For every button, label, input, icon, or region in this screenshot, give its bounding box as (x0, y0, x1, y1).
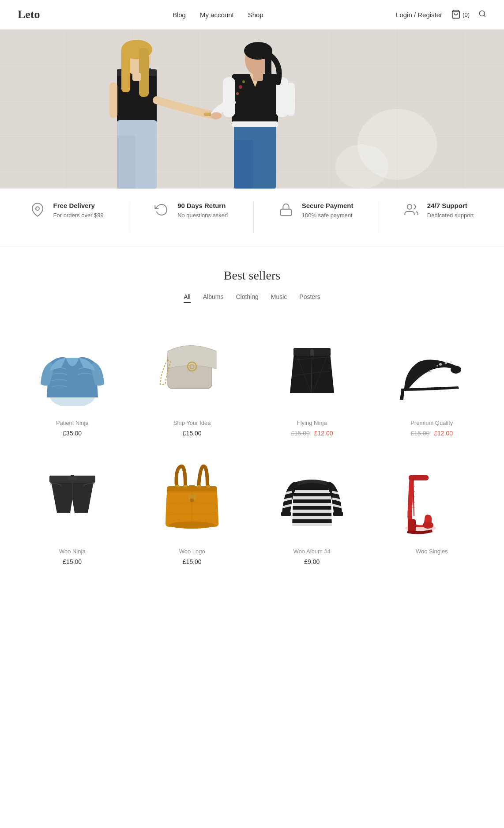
svg-rect-85 (292, 523, 332, 526)
svg-rect-76 (189, 485, 195, 488)
logo[interactable]: Leto (18, 8, 40, 21)
product-card-6[interactable]: Woo Logo £15.00 (138, 451, 247, 565)
product-price-2: £15.00 (183, 430, 202, 437)
product-card-5[interactable]: Woo Ninja £15.00 (18, 451, 127, 565)
feature-return-text: 90 Days Return No questions asked (177, 202, 228, 220)
svg-rect-75 (206, 485, 210, 488)
product-name-8: Woo Singles (416, 548, 448, 555)
product-image-bag-gray (138, 322, 247, 411)
product-price-5: £15.00 (63, 558, 82, 565)
svg-rect-26 (121, 48, 130, 92)
svg-rect-47 (287, 83, 295, 116)
svg-point-41 (236, 92, 239, 95)
svg-rect-34 (256, 140, 276, 189)
search-icon[interactable] (478, 10, 486, 20)
product-image-shorts-black (18, 451, 127, 539)
product-name-3: Flying Ninja (297, 420, 327, 426)
svg-rect-45 (253, 73, 263, 81)
product-card-8[interactable]: Woo Singles (377, 451, 487, 565)
svg-rect-49 (281, 209, 291, 216)
product-card-1[interactable]: Patient Ninja £35.00 (18, 322, 127, 437)
tab-music[interactable]: Music (271, 293, 287, 303)
product-name-6: Woo Logo (179, 548, 205, 555)
svg-rect-84 (292, 516, 332, 519)
svg-rect-23 (138, 136, 157, 189)
best-sellers-section: Best sellers All Albums Clothing Music P… (0, 246, 504, 583)
site-header: Leto Blog My account Shop Login / Regist… (0, 0, 504, 30)
svg-rect-79 (190, 499, 194, 502)
product-card-2[interactable]: Ship Your Idea £15.00 (138, 322, 247, 437)
svg-point-40 (242, 80, 245, 83)
tab-clothing[interactable]: Clothing (236, 293, 258, 303)
hero-banner (0, 30, 504, 189)
svg-point-1 (479, 11, 485, 16)
svg-point-31 (121, 62, 124, 66)
feature-support-text: 24/7 Support Dedicated support (427, 202, 474, 220)
tab-all[interactable]: All (184, 293, 191, 303)
features-bar: Free Delivery For orders over $99 90 Day… (0, 189, 504, 246)
return-icon (154, 203, 170, 220)
svg-rect-36 (223, 77, 235, 117)
product-image-boots-red (377, 451, 487, 539)
cart-button[interactable]: (0) (451, 9, 470, 20)
svg-rect-86 (281, 512, 291, 516)
product-image-sweater-striped (257, 451, 367, 539)
feature-support: 24/7 Support Dedicated support (404, 202, 474, 220)
nav-my-account[interactable]: My account (200, 11, 234, 19)
svg-rect-74 (197, 485, 201, 488)
header-right: Login / Register (0) (396, 9, 486, 20)
main-nav: Blog My account Shop (173, 11, 263, 19)
svg-rect-27 (139, 48, 149, 97)
product-price-1: £35.00 (63, 430, 82, 437)
product-image-jacket-blue (18, 322, 127, 411)
svg-line-2 (484, 15, 485, 16)
svg-rect-87 (333, 512, 343, 516)
login-register-link[interactable]: Login / Register (396, 11, 442, 19)
delivery-icon (30, 203, 46, 220)
svg-point-62 (439, 363, 442, 366)
best-sellers-title: Best sellers (18, 268, 486, 283)
tab-posters[interactable]: Posters (299, 293, 320, 303)
products-grid: Patient Ninja £35.00 (18, 322, 486, 565)
product-price-7: £9.00 (304, 558, 320, 565)
product-card-3[interactable]: Flying Ninja £15.00 £12.00 (257, 322, 367, 437)
svg-rect-33 (234, 140, 253, 189)
tab-albums[interactable]: Albums (203, 293, 224, 303)
svg-rect-68 (68, 476, 77, 480)
product-name-1: Patient Ninja (56, 420, 89, 426)
nav-shop[interactable]: Shop (248, 11, 263, 19)
svg-point-48 (36, 207, 39, 210)
svg-rect-22 (117, 136, 135, 189)
feature-divider-1 (129, 202, 129, 233)
feature-free-delivery: Free Delivery For orders over $99 (30, 202, 104, 220)
svg-rect-28 (132, 73, 141, 81)
svg-rect-29 (109, 83, 117, 118)
svg-rect-73 (183, 485, 188, 488)
product-card-7[interactable]: Woo Album #4 £9.00 (257, 451, 367, 565)
feature-secure-payment: Secure Payment 100% safe payment (279, 202, 354, 220)
nav-blog[interactable]: Blog (173, 11, 186, 19)
product-card-4[interactable]: Premium Quality £15.00 £12.00 (377, 322, 487, 437)
svg-point-61 (451, 366, 461, 374)
cart-count: (0) (463, 11, 470, 18)
svg-rect-90 (408, 519, 416, 532)
product-name-4: Premium Quality (410, 420, 453, 426)
svg-rect-81 (292, 496, 332, 499)
svg-rect-44 (265, 46, 271, 82)
product-price-4: £15.00 £12.00 (410, 430, 453, 437)
svg-rect-82 (292, 503, 332, 506)
svg-point-64 (450, 361, 452, 363)
product-price-3: £15.00 £12.00 (291, 430, 333, 437)
cart-icon (451, 9, 461, 20)
product-name-2: Ship Your Idea (173, 420, 211, 426)
product-image-heels-black (377, 322, 487, 411)
filter-tabs: All Albums Clothing Music Posters (18, 293, 486, 303)
svg-rect-38 (232, 121, 278, 127)
product-image-bag-yellow (138, 451, 247, 539)
svg-point-63 (445, 362, 447, 364)
product-price-6: £15.00 (183, 558, 202, 565)
feature-payment-text: Secure Payment 100% safe payment (302, 202, 354, 220)
support-icon (404, 203, 420, 220)
svg-rect-72 (175, 485, 179, 488)
product-name-5: Woo Ninja (59, 548, 86, 555)
